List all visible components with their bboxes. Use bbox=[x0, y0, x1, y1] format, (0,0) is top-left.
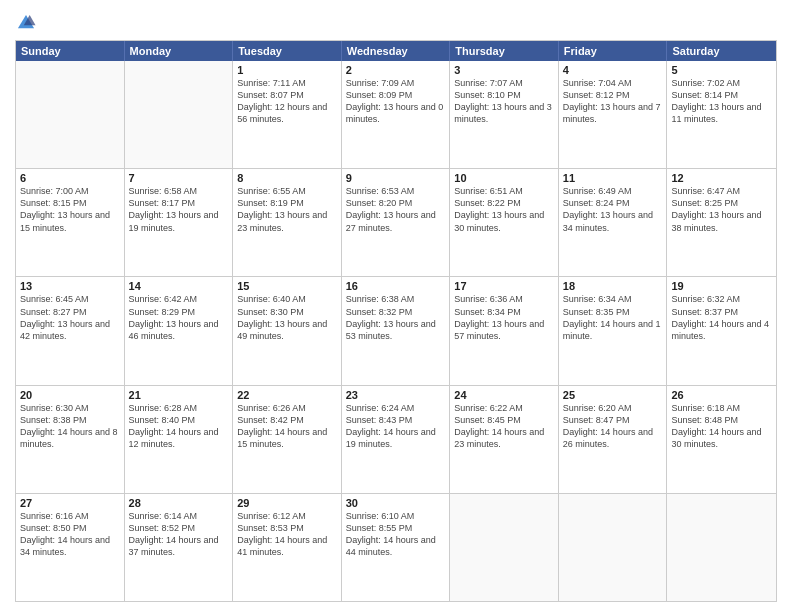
day-info: Sunrise: 6:10 AM Sunset: 8:55 PM Dayligh… bbox=[346, 510, 446, 559]
day-number: 8 bbox=[237, 172, 337, 184]
day-number: 14 bbox=[129, 280, 229, 292]
empty-cell bbox=[125, 61, 234, 168]
day-info: Sunrise: 7:11 AM Sunset: 8:07 PM Dayligh… bbox=[237, 77, 337, 126]
day-number: 5 bbox=[671, 64, 772, 76]
week-row-2: 6Sunrise: 7:00 AM Sunset: 8:15 PM Daylig… bbox=[16, 168, 776, 276]
day-cell-6: 6Sunrise: 7:00 AM Sunset: 8:15 PM Daylig… bbox=[16, 169, 125, 276]
day-cell-4: 4Sunrise: 7:04 AM Sunset: 8:12 PM Daylig… bbox=[559, 61, 668, 168]
week-row-4: 20Sunrise: 6:30 AM Sunset: 8:38 PM Dayli… bbox=[16, 385, 776, 493]
day-info: Sunrise: 6:22 AM Sunset: 8:45 PM Dayligh… bbox=[454, 402, 554, 451]
day-info: Sunrise: 6:49 AM Sunset: 8:24 PM Dayligh… bbox=[563, 185, 663, 234]
day-info: Sunrise: 6:16 AM Sunset: 8:50 PM Dayligh… bbox=[20, 510, 120, 559]
day-cell-8: 8Sunrise: 6:55 AM Sunset: 8:19 PM Daylig… bbox=[233, 169, 342, 276]
day-number: 3 bbox=[454, 64, 554, 76]
day-cell-9: 9Sunrise: 6:53 AM Sunset: 8:20 PM Daylig… bbox=[342, 169, 451, 276]
col-header-monday: Monday bbox=[125, 41, 234, 61]
logo bbox=[15, 10, 39, 34]
day-info: Sunrise: 6:24 AM Sunset: 8:43 PM Dayligh… bbox=[346, 402, 446, 451]
day-number: 25 bbox=[563, 389, 663, 401]
day-number: 28 bbox=[129, 497, 229, 509]
day-number: 4 bbox=[563, 64, 663, 76]
col-header-thursday: Thursday bbox=[450, 41, 559, 61]
day-cell-19: 19Sunrise: 6:32 AM Sunset: 8:37 PM Dayli… bbox=[667, 277, 776, 384]
day-number: 6 bbox=[20, 172, 120, 184]
week-row-1: 1Sunrise: 7:11 AM Sunset: 8:07 PM Daylig… bbox=[16, 61, 776, 168]
day-cell-18: 18Sunrise: 6:34 AM Sunset: 8:35 PM Dayli… bbox=[559, 277, 668, 384]
day-number: 18 bbox=[563, 280, 663, 292]
col-header-friday: Friday bbox=[559, 41, 668, 61]
day-cell-1: 1Sunrise: 7:11 AM Sunset: 8:07 PM Daylig… bbox=[233, 61, 342, 168]
day-info: Sunrise: 6:26 AM Sunset: 8:42 PM Dayligh… bbox=[237, 402, 337, 451]
day-info: Sunrise: 6:14 AM Sunset: 8:52 PM Dayligh… bbox=[129, 510, 229, 559]
day-number: 24 bbox=[454, 389, 554, 401]
day-info: Sunrise: 6:36 AM Sunset: 8:34 PM Dayligh… bbox=[454, 293, 554, 342]
day-number: 11 bbox=[563, 172, 663, 184]
day-number: 22 bbox=[237, 389, 337, 401]
day-info: Sunrise: 6:32 AM Sunset: 8:37 PM Dayligh… bbox=[671, 293, 772, 342]
empty-cell bbox=[667, 494, 776, 601]
day-cell-12: 12Sunrise: 6:47 AM Sunset: 8:25 PM Dayli… bbox=[667, 169, 776, 276]
col-header-tuesday: Tuesday bbox=[233, 41, 342, 61]
col-header-wednesday: Wednesday bbox=[342, 41, 451, 61]
day-info: Sunrise: 7:00 AM Sunset: 8:15 PM Dayligh… bbox=[20, 185, 120, 234]
day-cell-7: 7Sunrise: 6:58 AM Sunset: 8:17 PM Daylig… bbox=[125, 169, 234, 276]
day-info: Sunrise: 6:38 AM Sunset: 8:32 PM Dayligh… bbox=[346, 293, 446, 342]
day-cell-28: 28Sunrise: 6:14 AM Sunset: 8:52 PM Dayli… bbox=[125, 494, 234, 601]
day-cell-15: 15Sunrise: 6:40 AM Sunset: 8:30 PM Dayli… bbox=[233, 277, 342, 384]
day-cell-30: 30Sunrise: 6:10 AM Sunset: 8:55 PM Dayli… bbox=[342, 494, 451, 601]
weeks-container: 1Sunrise: 7:11 AM Sunset: 8:07 PM Daylig… bbox=[16, 61, 776, 601]
logo-icon bbox=[15, 12, 37, 34]
day-info: Sunrise: 7:09 AM Sunset: 8:09 PM Dayligh… bbox=[346, 77, 446, 126]
day-info: Sunrise: 7:04 AM Sunset: 8:12 PM Dayligh… bbox=[563, 77, 663, 126]
day-info: Sunrise: 6:45 AM Sunset: 8:27 PM Dayligh… bbox=[20, 293, 120, 342]
day-info: Sunrise: 6:55 AM Sunset: 8:19 PM Dayligh… bbox=[237, 185, 337, 234]
day-info: Sunrise: 6:28 AM Sunset: 8:40 PM Dayligh… bbox=[129, 402, 229, 451]
empty-cell bbox=[16, 61, 125, 168]
day-cell-26: 26Sunrise: 6:18 AM Sunset: 8:48 PM Dayli… bbox=[667, 386, 776, 493]
week-row-3: 13Sunrise: 6:45 AM Sunset: 8:27 PM Dayli… bbox=[16, 276, 776, 384]
empty-cell bbox=[450, 494, 559, 601]
day-number: 7 bbox=[129, 172, 229, 184]
day-cell-5: 5Sunrise: 7:02 AM Sunset: 8:14 PM Daylig… bbox=[667, 61, 776, 168]
day-cell-24: 24Sunrise: 6:22 AM Sunset: 8:45 PM Dayli… bbox=[450, 386, 559, 493]
day-number: 20 bbox=[20, 389, 120, 401]
header bbox=[15, 10, 777, 34]
day-number: 12 bbox=[671, 172, 772, 184]
day-info: Sunrise: 6:18 AM Sunset: 8:48 PM Dayligh… bbox=[671, 402, 772, 451]
day-info: Sunrise: 6:40 AM Sunset: 8:30 PM Dayligh… bbox=[237, 293, 337, 342]
day-info: Sunrise: 6:12 AM Sunset: 8:53 PM Dayligh… bbox=[237, 510, 337, 559]
day-info: Sunrise: 7:07 AM Sunset: 8:10 PM Dayligh… bbox=[454, 77, 554, 126]
day-cell-10: 10Sunrise: 6:51 AM Sunset: 8:22 PM Dayli… bbox=[450, 169, 559, 276]
day-number: 1 bbox=[237, 64, 337, 76]
day-number: 23 bbox=[346, 389, 446, 401]
day-info: Sunrise: 6:47 AM Sunset: 8:25 PM Dayligh… bbox=[671, 185, 772, 234]
calendar: SundayMondayTuesdayWednesdayThursdayFrid… bbox=[15, 40, 777, 602]
day-number: 15 bbox=[237, 280, 337, 292]
day-number: 9 bbox=[346, 172, 446, 184]
day-info: Sunrise: 6:34 AM Sunset: 8:35 PM Dayligh… bbox=[563, 293, 663, 342]
day-info: Sunrise: 6:58 AM Sunset: 8:17 PM Dayligh… bbox=[129, 185, 229, 234]
day-number: 2 bbox=[346, 64, 446, 76]
day-cell-17: 17Sunrise: 6:36 AM Sunset: 8:34 PM Dayli… bbox=[450, 277, 559, 384]
day-cell-16: 16Sunrise: 6:38 AM Sunset: 8:32 PM Dayli… bbox=[342, 277, 451, 384]
day-number: 21 bbox=[129, 389, 229, 401]
day-cell-11: 11Sunrise: 6:49 AM Sunset: 8:24 PM Dayli… bbox=[559, 169, 668, 276]
day-cell-27: 27Sunrise: 6:16 AM Sunset: 8:50 PM Dayli… bbox=[16, 494, 125, 601]
day-number: 30 bbox=[346, 497, 446, 509]
day-cell-25: 25Sunrise: 6:20 AM Sunset: 8:47 PM Dayli… bbox=[559, 386, 668, 493]
day-cell-22: 22Sunrise: 6:26 AM Sunset: 8:42 PM Dayli… bbox=[233, 386, 342, 493]
day-info: Sunrise: 6:20 AM Sunset: 8:47 PM Dayligh… bbox=[563, 402, 663, 451]
col-header-saturday: Saturday bbox=[667, 41, 776, 61]
day-number: 27 bbox=[20, 497, 120, 509]
day-number: 26 bbox=[671, 389, 772, 401]
empty-cell bbox=[559, 494, 668, 601]
day-cell-14: 14Sunrise: 6:42 AM Sunset: 8:29 PM Dayli… bbox=[125, 277, 234, 384]
day-number: 16 bbox=[346, 280, 446, 292]
day-info: Sunrise: 7:02 AM Sunset: 8:14 PM Dayligh… bbox=[671, 77, 772, 126]
day-number: 10 bbox=[454, 172, 554, 184]
column-headers: SundayMondayTuesdayWednesdayThursdayFrid… bbox=[16, 41, 776, 61]
day-cell-23: 23Sunrise: 6:24 AM Sunset: 8:43 PM Dayli… bbox=[342, 386, 451, 493]
day-info: Sunrise: 6:42 AM Sunset: 8:29 PM Dayligh… bbox=[129, 293, 229, 342]
day-number: 17 bbox=[454, 280, 554, 292]
day-cell-13: 13Sunrise: 6:45 AM Sunset: 8:27 PM Dayli… bbox=[16, 277, 125, 384]
